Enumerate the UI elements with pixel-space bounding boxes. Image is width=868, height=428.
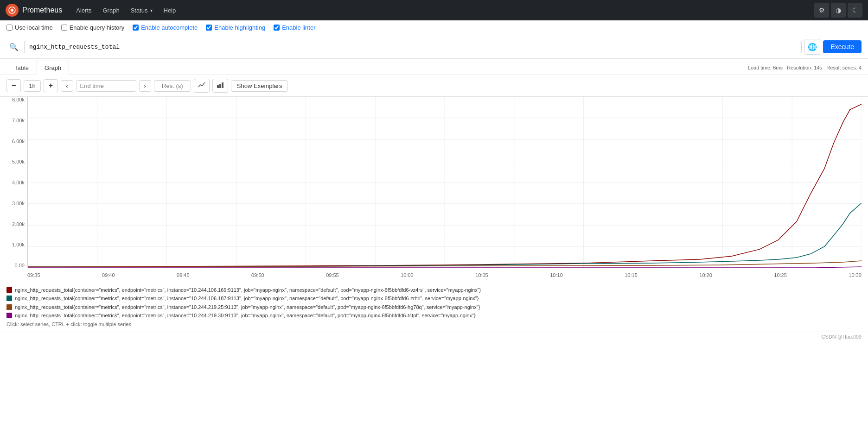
enable-query-history-label: Enable query history [70, 24, 125, 31]
legend-label: nginx_http_requests_total{container="met… [15, 304, 480, 311]
y-axis-label: 2.00k [6, 221, 27, 227]
legend-item[interactable]: nginx_http_requests_total{container="met… [6, 312, 862, 319]
x-axis-label: 10:20 [699, 272, 712, 278]
x-axis-label: 09:55 [326, 272, 339, 278]
enable-query-history-option[interactable]: Enable query history [61, 24, 125, 31]
x-axis-label: 10:15 [625, 272, 638, 278]
use-local-time-checkbox[interactable] [6, 25, 13, 31]
theme-icon-btn[interactable]: ☾ [848, 3, 862, 18]
legend-item[interactable]: nginx_http_requests_total{container="met… [6, 304, 862, 311]
execute-button[interactable]: Execute [823, 40, 862, 53]
chart-svg [28, 97, 862, 268]
settings-icon-btn[interactable]: ⚙ [814, 3, 829, 18]
options-bar: Use local time Enable query history Enab… [0, 20, 868, 35]
stacked-chart-button[interactable] [212, 79, 228, 93]
legend-color-swatch [6, 287, 12, 293]
x-axis: 09:3509:4009:4509:5009:5510:0010:0510:10… [27, 268, 862, 282]
x-axis-label: 09:35 [27, 272, 40, 278]
globe-button[interactable]: 🌐 [804, 39, 820, 55]
load-time: Load time: 6ms [748, 65, 783, 70]
zoom-in-button[interactable]: + [44, 79, 58, 92]
legend-hint: Click: select series, CTRL + click: togg… [6, 321, 862, 327]
stacked-chart-icon [217, 82, 224, 90]
chart-inner [27, 97, 862, 268]
chevron-down-icon: ▾ [150, 8, 153, 13]
x-axis-label: 10:10 [550, 272, 563, 278]
x-axis-label: 09:50 [251, 272, 264, 278]
next-time-button[interactable]: › [139, 80, 151, 92]
nav-icons: ⚙ ◑ ☾ [814, 3, 862, 18]
use-local-time-option[interactable]: Use local time [6, 24, 53, 31]
chart-container: 0.001.00k2.00k3.00k4.00k5.00k6.00k7.00k8… [0, 97, 868, 282]
legend-item[interactable]: nginx_http_requests_total{container="met… [6, 287, 862, 294]
enable-autocomplete-checkbox[interactable] [133, 25, 139, 31]
x-axis-label: 10:25 [774, 272, 787, 278]
stats-text: Load time: 6ms Resolution: 14s Result se… [748, 65, 862, 70]
nav-links: Alerts Graph Status ▾ Help [71, 4, 180, 17]
logo-icon [8, 6, 16, 14]
search-icon: 🔍 [9, 43, 19, 51]
y-axis-label: 5.00k [6, 159, 27, 164]
end-time-input[interactable] [76, 80, 136, 92]
enable-linter-checkbox[interactable] [274, 25, 280, 31]
footer-credit: CSDN @HaoJI09 [822, 334, 862, 340]
enable-query-history-checkbox[interactable] [61, 25, 67, 31]
tabs: Table Graph [6, 61, 69, 75]
prev-time-button[interactable]: ‹ [61, 80, 73, 92]
enable-linter-option[interactable]: Enable linter [274, 24, 315, 31]
tab-graph[interactable]: Graph [37, 61, 69, 75]
globe-icon: 🌐 [808, 43, 817, 51]
x-axis-label: 09:40 [102, 272, 115, 278]
y-axis-label: 6.00k [6, 138, 27, 144]
y-axis-label: 4.00k [6, 180, 27, 185]
enable-highlighting-checkbox[interactable] [206, 25, 212, 31]
svg-point-1 [11, 9, 13, 12]
legend-color-swatch [6, 296, 12, 301]
show-exemplars-button[interactable]: Show Exemplars [231, 80, 288, 92]
zoom-out-button[interactable]: − [6, 79, 21, 92]
chevron-right-icon: › [144, 82, 146, 89]
search-input[interactable] [24, 41, 802, 53]
tab-table[interactable]: Table [6, 61, 37, 75]
x-axis-label: 10:05 [475, 272, 488, 278]
graph-toolbar: − 1h + ‹ › Show Exemplars [0, 75, 868, 97]
y-axis: 0.001.00k2.00k3.00k4.00k5.00k6.00k7.00k8… [6, 97, 27, 268]
nav-status[interactable]: Status ▾ [126, 4, 157, 17]
y-axis-label: 3.00k [6, 201, 27, 206]
y-axis-label: 0.00 [6, 263, 27, 268]
nav-graph[interactable]: Graph [98, 4, 124, 17]
duration-button[interactable]: 1h [24, 80, 40, 92]
nav-status-label: Status [131, 7, 148, 14]
search-bar: 🔍 🌐 Execute [0, 35, 868, 59]
chart-wrap: 0.001.00k2.00k3.00k4.00k5.00k6.00k7.00k8… [6, 97, 862, 282]
svg-rect-3 [219, 84, 221, 88]
enable-autocomplete-option[interactable]: Enable autocomplete [133, 24, 198, 31]
svg-rect-4 [222, 82, 223, 88]
y-axis-label: 8.00k [6, 97, 27, 102]
enable-autocomplete-label: Enable autocomplete [141, 24, 198, 31]
x-axis-label: 10:00 [401, 272, 414, 278]
y-axis-label: 1.00k [6, 242, 27, 247]
x-axis-label: 10:30 [849, 272, 862, 278]
contrast-icon-btn[interactable]: ◑ [831, 3, 846, 18]
y-axis-label: 7.00k [6, 118, 27, 123]
search-icon-wrap: 🔍 [6, 39, 21, 54]
app-title: Prometheus [22, 6, 62, 14]
result-series: Result series: 4 [826, 65, 862, 70]
legend-color-swatch [6, 313, 12, 318]
line-chart-icon [198, 82, 205, 90]
legend-color-swatch [6, 304, 12, 310]
enable-highlighting-option[interactable]: Enable highlighting [206, 24, 265, 31]
legend-label: nginx_http_requests_total{container="met… [15, 287, 481, 294]
nav-alerts[interactable]: Alerts [71, 4, 96, 17]
resolution-input[interactable] [154, 80, 191, 92]
prometheus-logo [6, 4, 19, 17]
line-chart-button[interactable] [194, 79, 210, 93]
legend-label: nginx_http_requests_total{container="met… [15, 295, 479, 302]
legend-item[interactable]: nginx_http_requests_total{container="met… [6, 295, 862, 302]
nav-help[interactable]: Help [159, 4, 181, 17]
gear-icon: ⚙ [819, 6, 825, 14]
chevron-left-icon: ‹ [66, 82, 68, 89]
moon-icon: ☾ [852, 6, 858, 14]
footer: CSDN @HaoJI09 [0, 332, 868, 341]
